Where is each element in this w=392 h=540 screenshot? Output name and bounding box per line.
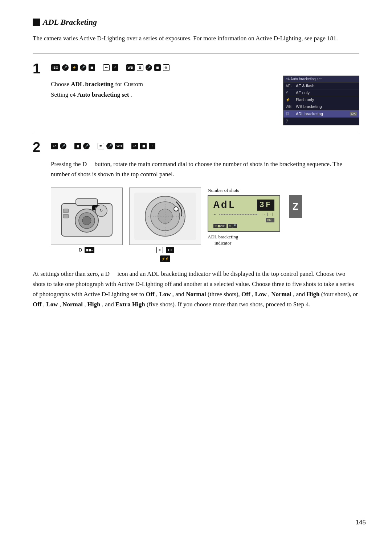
lcd-dots [219,214,258,215]
low-1: Low [159,291,171,298]
s2-icon4: 🎤 [83,143,90,149]
step-1-header: 1 ISO 🎤 ⚡ 🎤 ◼ ✏ ✓ WB ⊟ 🎤 ◼ % [33,62,359,76]
mic2-icon: 🎤 [80,64,86,71]
step-2-description: Pressing the D button, rotate the main c… [51,159,359,180]
off-1: Off [146,291,155,298]
diagrams-row: BKT ↻ D ◼◼⬦ [51,188,359,262]
lcd-display: AdL 3F – |·|·| BKT ✏◼WB ✏🎤 [208,195,280,232]
z-tab: Z [289,195,302,218]
s2-icon3: ◼ [74,143,81,149]
step-1-number: 1 [33,62,44,76]
title-icon [33,19,40,26]
svg-point-14 [158,209,172,223]
extra-high: Extra High [115,301,145,308]
menu-item-ae-flash: AE⬦ AE & flash [283,82,359,89]
s2-icon2: 🎤 [60,143,66,149]
shots-badge: 3F [257,200,274,211]
camera-box-2 [129,188,201,245]
bottom-text: At settings other than zero, a D icon an… [33,269,359,310]
page-number: 145 [356,519,366,526]
svg-point-3 [82,216,91,225]
step-1-text: Choose ADL bracketing for CustomSetting … [51,79,272,100]
menu-item-wb: WB WB bracketing [283,103,359,110]
svg-rect-9 [63,209,69,213]
d-cam-icon: ◼◼⬦ [85,247,94,253]
dial-icon3: ⚡⚡ [160,255,170,262]
step-2-block: 2 ↩ 🎤 ◼ 🎤 ✏ 🎤 WB ↩ ◼ ↑ Pressing the D bu… [33,140,359,262]
lcd-top-row: AdL 3F [213,200,274,211]
svg-point-17 [174,207,178,211]
mic-icon: 🎤 [62,64,69,71]
divider-1 [33,53,359,54]
dial-label2: ⚡⚡ [160,255,171,262]
high-2: High [87,301,101,308]
check-icon: ✓ [112,64,118,71]
dial-svg [132,191,198,242]
d-label: D ◼◼⬦ [79,246,95,254]
step-2-icons: ↩ 🎤 ◼ 🎤 ✏ 🎤 WB ↩ ◼ ↑ [51,140,156,150]
camera-svg-1: BKT ↻ [54,191,119,242]
step-1-block: 1 ISO 🎤 ⚡ 🎤 ◼ ✏ ✓ WB ⊟ 🎤 ◼ % Choos [33,62,359,125]
menu-item-ae-only: Y AE only [283,89,359,96]
camera-box-1: BKT ↻ [51,188,123,245]
pencil-icon: ✏ [103,64,110,71]
s2-icon5: ✏ [98,143,104,149]
normal-2: Normal [271,291,291,298]
high-1: High [307,291,320,298]
wb2-icon: ⊟ [137,64,143,71]
lcd-icon2: ✏🎤 [228,224,237,228]
normal-3: Normal [62,301,83,308]
s2-icon9: ◼ [140,143,147,149]
step-2-header: 2 ↩ 🎤 ◼ 🎤 ✏ 🎤 WB ↩ ◼ ↑ [33,140,359,154]
auto-bracketing-label: Auto bracketing set [77,91,129,98]
camera-menu-screenshot: e4 Auto bracketing set AE⬦ AE & flash Y … [283,76,359,125]
bracket2-icon: ◼ [154,64,161,71]
choose-label: Choose [51,81,71,88]
s2-icon6: 🎤 [106,143,113,149]
section-title: ADL Bracketing [33,17,359,27]
iso-icon: ISO [51,64,60,71]
adl-bracketing-label: ADL bracketing [71,81,114,88]
dash-start: – [213,212,216,217]
s2-icon7: WB [115,143,123,149]
s2-icon8: ↩ [131,143,138,149]
special-icon: % [163,64,170,71]
svg-rect-4 [76,199,98,205]
wb-icon: WB [126,64,135,71]
lcd-icons-row: ✏◼WB ✏🎤 [213,224,274,228]
low-3: Low [46,301,58,308]
lcd-bottom-row: BKT [213,218,274,222]
lcd-icon1: ✏◼WB [213,224,226,228]
step-1-content: Choose ADL bracketing for CustomSetting … [51,79,359,125]
intro-paragraph: The camera varies Active D-Lighting over… [33,33,359,43]
dial-label: ✏ ✦✦ [156,246,174,254]
dial-icon2: ✦✦ [166,247,174,253]
menu-item-flash-only: ⚡ Flash only [283,96,359,103]
off-2: Off [241,291,250,298]
tick-marks: |·|·| [261,213,274,216]
menu-item-adl: 特 ADL bracketing OK [283,110,359,118]
step-1-icons: ISO 🎤 ⚡ 🎤 ◼ ✏ ✓ WB ⊟ 🎤 ◼ % [51,62,170,71]
dial-icon1: ✏ [156,247,163,253]
svg-rect-10 [63,214,69,218]
svg-text:↻: ↻ [100,209,103,213]
divider-2 [33,132,359,132]
menu-help: ? [283,118,359,125]
adl-text: AdL [213,200,236,211]
bracket-icon: ◼ [89,64,95,71]
mic3-icon: 🎤 [146,64,152,71]
menu-title: e4 Auto bracketing set [283,76,359,82]
adl-indicator-label: ADL bracketingindicator [208,234,238,246]
camera-diagram-1: BKT ↻ D ◼◼⬦ [51,188,123,254]
lcd-area: Number of shots AdL 3F – |·|·| BKT [208,188,280,246]
camera-diagram-2: ✏ ✦✦ ⚡⚡ [129,188,201,262]
flash-icon: ⚡ [71,64,78,71]
bkt-badge: BKT [266,218,274,222]
lcd-mid-row: – |·|·| [213,212,274,217]
title-text: ADL Bracketing [43,17,97,27]
step2-desc-text: Pressing the D button, rotate the main c… [51,161,342,178]
number-of-shots-label: Number of shots [208,188,239,193]
s2-icon10: ↑ [149,143,155,149]
step-2-number: 2 [33,140,44,154]
low-2: Low [255,291,266,298]
